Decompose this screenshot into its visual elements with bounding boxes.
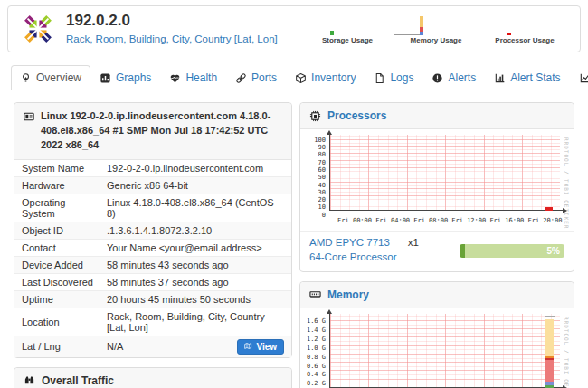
alert-circle-icon xyxy=(432,72,443,84)
processors-header[interactable]: Processors xyxy=(300,103,574,129)
overall-traffic-card: Overall Traffic 150 k100 k50 k0 RRDTOOL … xyxy=(14,367,292,388)
table-row: Object ID.1.3.6.1.4.1.8072.3.2.10 xyxy=(14,222,291,239)
tab-graphs[interactable]: Graphs xyxy=(90,65,160,90)
device-info-table: System Name192-0-2-0.ip.linodeuserconten… xyxy=(14,160,291,357)
heart-icon xyxy=(169,72,181,84)
cpu-usage-percent: 5% xyxy=(547,244,560,258)
table-row: LocationRack, Room, Building, City, Coun… xyxy=(14,308,291,336)
cpu-description-link[interactable]: 64-Core Processor xyxy=(309,251,397,262)
cpu-row: AMD EPYC 7713x1 64-Core Processor 5% xyxy=(300,231,574,270)
usage-sparklines: Storage Usage Memory Usage Processor Usa… xyxy=(305,14,571,44)
memory-card: Memory 1.6 G1.4 G1.2 G1.0 G0.8 G0.6 G0.4… xyxy=(299,281,574,388)
cpu-usage-bar: 5% xyxy=(460,244,564,258)
line-chart-icon xyxy=(579,72,588,84)
graphs-icon xyxy=(100,72,111,84)
cpu-usage-fill xyxy=(460,244,465,258)
device-overview-page: 192.0.2.0 Rack, Room, Building, City, Co… xyxy=(0,0,588,388)
device-info-header: Linux 192-0-2-0.ip.linodeusercontent.com… xyxy=(14,103,291,160)
overall-traffic-header: Overall Traffic xyxy=(14,368,291,388)
memory-usage-label: Memory Usage xyxy=(394,36,479,44)
processor-usage-label: Processor Usage xyxy=(482,36,567,44)
tab-inventory[interactable]: Inventory xyxy=(286,65,365,90)
tab-alerts[interactable]: Alerts xyxy=(422,65,485,90)
device-location-link[interactable]: Rack, Room, Building, City, Country [Lat… xyxy=(66,33,278,44)
tab-ports[interactable]: Ports xyxy=(226,65,286,90)
device-header: 192.0.2.0 Rack, Room, Building, City, Co… xyxy=(7,5,581,52)
device-hostname: 192.0.2.0 xyxy=(66,12,278,30)
processors-graph[interactable]: 1009080706050403020100 Fri 00:00Fri 04:0… xyxy=(302,135,570,229)
memory-header[interactable]: Memory xyxy=(300,282,574,308)
table-row: Device Added58 minutes 43 seconds ago xyxy=(14,256,291,273)
cube-icon xyxy=(295,72,307,84)
lightbulb-icon xyxy=(20,72,32,84)
memory-usage-sparkline[interactable]: Memory Usage xyxy=(394,14,479,44)
rrdtool-watermark: RRDTOOL / TOBI OETIKER xyxy=(560,314,570,388)
cpu-count: x1 xyxy=(408,237,419,248)
device-tabs: Overview Graphs Health Ports Inventory L… xyxy=(7,62,581,90)
device-icon xyxy=(24,111,34,122)
bar-chart-icon xyxy=(494,72,506,84)
tab-overview[interactable]: Overview xyxy=(11,65,90,90)
map-icon xyxy=(244,342,252,352)
storage-usage-label: Storage Usage xyxy=(305,36,390,44)
table-row: ContactYour Name <your@email.address> xyxy=(14,239,291,256)
table-row: Lat / Lng N/A View xyxy=(14,336,291,357)
microchip-icon xyxy=(309,110,321,122)
table-row: Operating SystemLinux 4.18.0-408.el8.x86… xyxy=(14,194,291,222)
tab-latency[interactable]: Latency xyxy=(570,65,588,90)
table-row: System Name192-0-2-0.ip.linodeuserconten… xyxy=(14,160,291,176)
memory-icon xyxy=(309,289,321,300)
tab-logs[interactable]: Logs xyxy=(365,65,422,90)
view-map-button[interactable]: View xyxy=(237,339,284,355)
device-os-string: Linux 192-0-2-0.ip.linodeusercontent.com… xyxy=(41,109,282,153)
binoculars-icon xyxy=(24,374,35,386)
processors-card: Processors 1009080706050403020100 Fri 00… xyxy=(299,102,574,272)
file-icon xyxy=(374,72,385,84)
device-info-card: Linux 192-0-2-0.ip.linodeusercontent.com… xyxy=(14,102,292,358)
rrdtool-watermark: RRDTOOL / TOBI OETIKER xyxy=(560,135,570,229)
tab-alert-stats[interactable]: Alert Stats xyxy=(485,65,569,90)
table-row: Last Discovered58 minutes 37 seconds ago xyxy=(14,273,291,290)
device-title-block: 192.0.2.0 Rack, Room, Building, City, Co… xyxy=(66,12,278,46)
link-icon xyxy=(235,72,247,84)
table-row: HardwareGeneric x86 64-bit xyxy=(14,176,291,194)
memory-graph[interactable]: 1.6 G1.4 G1.2 G1.0 G0.8 G0.6 G0.4 G0.2 G… xyxy=(302,314,570,388)
cpu-model-link[interactable]: AMD EPYC 7713 xyxy=(309,237,390,248)
processor-usage-sparkline[interactable]: Processor Usage xyxy=(482,14,567,44)
tab-health[interactable]: Health xyxy=(160,65,226,90)
table-row: Uptime20 hours 45 minutes 50 seconds xyxy=(14,290,291,308)
storage-usage-sparkline[interactable]: Storage Usage xyxy=(305,14,390,44)
centos-logo xyxy=(21,12,55,46)
